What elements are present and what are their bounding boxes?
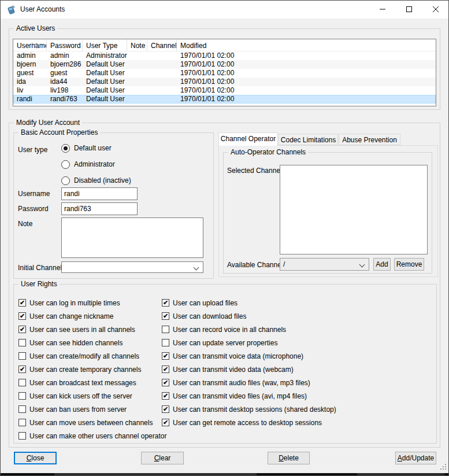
checkbox-user-can-create-modify-all-channels[interactable]: User can create/modify all channels: [18, 349, 166, 363]
table-cell: ida: [13, 78, 47, 86]
checkbox-user-can-transmit-desktop-sessions-shared-desktop[interactable]: ✔User can transmit desktop sessions (sha…: [162, 403, 336, 416]
radio-disabled-inactive[interactable]: Disabled (inactive): [61, 175, 131, 186]
active-users-group-label: Active Users: [14, 24, 57, 33]
tab-channel-operator[interactable]: Channel Operator: [218, 132, 278, 146]
auto-operator-channels-group: Auto-Operator Channels Selected Channels…: [223, 152, 432, 274]
checkbox-icon: [18, 339, 26, 346]
checkbox-user-can-see-hidden-channels[interactable]: User can see hidden channels: [18, 336, 166, 349]
checkbox-icon: ✔: [18, 299, 26, 307]
username-input[interactable]: [61, 187, 138, 200]
close-window-button[interactable]: [422, 1, 449, 18]
column-header-username[interactable]: Username: [13, 39, 47, 51]
table-row[interactable]: bjoernbjoern286Default User1970/01/01 02…: [13, 60, 436, 69]
checkbox-user-can-transmit-video-files-avi-mp4-files[interactable]: ✔User can transmit video files (avi, mp4…: [162, 389, 336, 403]
maximize-button[interactable]: [396, 1, 422, 18]
note-label: Note: [18, 220, 32, 228]
column-header-note[interactable]: Note: [127, 39, 147, 51]
active-users-table-header[interactable]: UsernamePasswordUser TypeNoteChannelModi…: [13, 39, 436, 51]
add-update-button[interactable]: Add/Update: [395, 452, 436, 464]
table-cell: Default User: [83, 95, 127, 104]
password-input[interactable]: [61, 202, 138, 215]
table-cell: [127, 95, 147, 104]
checkbox-label: User can transmit audio files (wav, mp3 …: [173, 379, 310, 387]
checkbox-label: User can transmit voice data (microphone…: [173, 352, 303, 360]
table-cell: 1970/01/01 02:00: [177, 86, 436, 95]
checkbox-icon: ✔: [162, 405, 169, 413]
checkbox-user-can-transmit-audio-files-wav-mp3-files[interactable]: ✔User can transmit audio files (wav, mp3…: [162, 376, 336, 389]
table-cell: guest: [47, 69, 83, 78]
table-cell: [127, 78, 147, 86]
delete-button[interactable]: Delete: [268, 452, 310, 464]
checkbox-user-can-create-temporary-channels[interactable]: ✔User can create temporary channels: [18, 363, 166, 376]
active-users-table[interactable]: UsernamePasswordUser TypeNoteChannelModi…: [13, 39, 436, 106]
active-users-table-body: adminadminAdministrator1970/01/01 02:00b…: [13, 51, 436, 104]
radio-default-user[interactable]: Default user: [61, 142, 112, 154]
checkbox-icon: ✔: [162, 379, 169, 386]
table-row[interactable]: idaida44Default User1970/01/01 02:00: [13, 78, 436, 86]
teamtalk-app-icon: [7, 5, 17, 14]
checkbox-user-can-broadcast-text-messages[interactable]: User can broadcast text messages: [18, 376, 166, 389]
checkbox-icon: [18, 405, 26, 413]
table-cell: 1970/01/01 02:00: [177, 95, 436, 104]
checkbox-label: User can update server properties: [173, 339, 277, 347]
table-cell: admin: [13, 51, 47, 60]
modify-user-account-group: Modify User Account Basic Account Proper…: [9, 123, 440, 448]
user-rights-group-label: User Rights: [18, 280, 60, 289]
checkbox-user-can-make-other-users-channel-operator[interactable]: User can make other users channel operat…: [18, 429, 166, 442]
radio-administrator[interactable]: Administrator: [61, 158, 115, 170]
titlebar[interactable]: User Accounts: [1, 1, 448, 19]
column-header-password[interactable]: Password: [47, 39, 83, 51]
checkbox-user-can-upload-files[interactable]: ✔User can upload files: [162, 296, 336, 309]
checkbox-user-can-update-server-properties[interactable]: User can update server properties: [162, 336, 336, 349]
user-rights-right-column: ✔User can upload files✔User can download…: [162, 296, 336, 429]
table-cell: [127, 86, 147, 95]
checkbox-label: User can see hidden channels: [29, 339, 123, 347]
tab-abuse-prevention[interactable]: Abuse Prevention: [339, 134, 400, 145]
note-textarea[interactable]: [61, 217, 203, 258]
table-row[interactable]: guestguestDefault User1970/01/01 02:00: [13, 69, 436, 78]
chevron-down-icon: [194, 265, 199, 271]
checkbox-label: User can get remote access to desktop se…: [173, 419, 322, 427]
initial-channel-combobox[interactable]: [61, 261, 203, 273]
checkbox-user-can-see-users-in-all-channels[interactable]: ✔User can see users in all channels: [18, 323, 166, 336]
minimize-button[interactable]: [369, 1, 396, 18]
initial-channel-label: Initial Channel: [18, 264, 62, 272]
radio-icon: [61, 176, 70, 185]
radio-icon: [61, 160, 70, 169]
close-button[interactable]: Close: [14, 452, 57, 464]
checkbox-user-can-log-in-multiple-times[interactable]: ✔User can log in multiple times: [18, 296, 166, 309]
checkbox-user-can-get-remote-access-to-desktop-sessions[interactable]: ✔User can get remote access to desktop s…: [162, 416, 336, 429]
column-header-user-type[interactable]: User Type: [83, 39, 127, 51]
checkbox-user-can-move-users-between-channels[interactable]: User can move users between channels: [18, 416, 166, 429]
column-header-channel[interactable]: Channel: [147, 39, 177, 51]
selected-channels-listbox[interactable]: [280, 165, 428, 254]
checkbox-icon: ✔: [162, 419, 169, 426]
clear-button[interactable]: Clear: [141, 452, 184, 464]
checkbox-label: User can make other users channel operat…: [29, 432, 166, 440]
available-channels-combobox[interactable]: /: [280, 258, 369, 271]
checkbox-user-can-record-voice-in-all-channels[interactable]: User can record voice in all channels: [162, 323, 336, 336]
checkbox-label: User can see users in all channels: [29, 326, 135, 334]
table-row[interactable]: adminadminAdministrator1970/01/01 02:00: [13, 51, 436, 60]
column-header-modified[interactable]: Modified: [177, 39, 436, 51]
checkbox-icon: ✔: [18, 366, 26, 373]
table-cell: randi763: [47, 95, 83, 104]
table-row[interactable]: randirandi763Default User1970/01/01 02:0…: [13, 95, 436, 104]
tab-codec-limitations[interactable]: Codec Limitations: [279, 134, 338, 145]
remove-channel-button[interactable]: Remove: [394, 258, 424, 271]
checkbox-user-can-download-files[interactable]: ✔User can download files: [162, 309, 336, 323]
checkbox-icon: [162, 326, 169, 333]
checkbox-user-can-transmit-video-data-webcam[interactable]: ✔User can transmit video data (webcam): [162, 363, 336, 376]
checkbox-user-can-change-nickname[interactable]: ✔User can change nickname: [18, 309, 166, 323]
add-channel-button[interactable]: Add: [373, 258, 391, 271]
checkbox-user-can-ban-users-from-server[interactable]: User can ban users from server: [18, 403, 166, 416]
checkbox-label: User can record voice in all channels: [173, 326, 286, 334]
checkbox-user-can-kick-users-off-the-server[interactable]: User can kick users off the server: [18, 389, 166, 403]
table-row[interactable]: livliv198Default User1970/01/01 02:00: [13, 86, 436, 95]
table-cell: [127, 51, 147, 60]
checkbox-label: User can change nickname: [29, 312, 113, 320]
resize-grip[interactable]: [440, 463, 447, 470]
checkbox-user-can-transmit-voice-data-microphone[interactable]: ✔User can transmit voice data (microphon…: [162, 349, 336, 363]
checkbox-label: User can transmit video data (webcam): [173, 366, 294, 374]
chevron-down-icon: [359, 262, 365, 268]
